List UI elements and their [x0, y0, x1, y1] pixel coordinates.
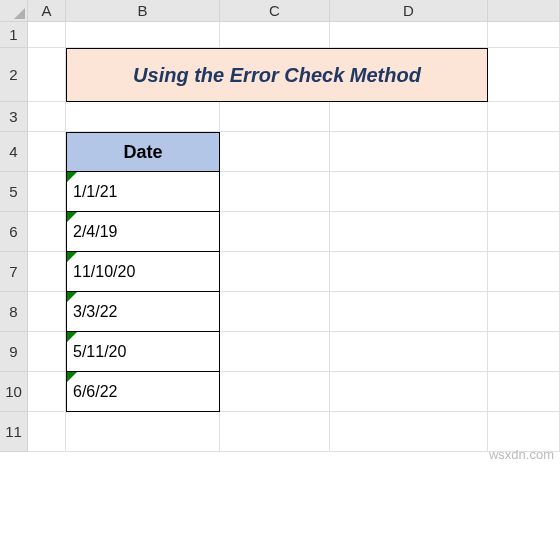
cell-d8[interactable]	[330, 292, 488, 332]
cell-c7[interactable]	[220, 252, 330, 292]
date-cell-3[interactable]: 11/10/20	[66, 252, 220, 292]
col-header-c[interactable]: C	[220, 0, 330, 22]
cell-e6[interactable]	[488, 212, 560, 252]
cell-a8[interactable]	[28, 292, 66, 332]
row-header-10[interactable]: 10	[0, 372, 28, 412]
cell-e2[interactable]	[488, 48, 560, 102]
row-header-6[interactable]: 6	[0, 212, 28, 252]
cell-a9[interactable]	[28, 332, 66, 372]
cell-e3[interactable]	[488, 102, 560, 132]
date-cell-5[interactable]: 5/11/20	[66, 332, 220, 372]
title-cell[interactable]: Using the Error Check Method	[66, 48, 488, 102]
cell-c1[interactable]	[220, 22, 330, 48]
cell-a3[interactable]	[28, 102, 66, 132]
cell-a5[interactable]	[28, 172, 66, 212]
col-header-d[interactable]: D	[330, 0, 488, 22]
date-cell-4[interactable]: 3/3/22	[66, 292, 220, 332]
cell-d5[interactable]	[330, 172, 488, 212]
cell-c10[interactable]	[220, 372, 330, 412]
cell-a7[interactable]	[28, 252, 66, 292]
cell-b1[interactable]	[66, 22, 220, 48]
col-header-blank[interactable]	[488, 0, 560, 22]
cell-c6[interactable]	[220, 212, 330, 252]
cell-d3[interactable]	[330, 102, 488, 132]
cell-a1[interactable]	[28, 22, 66, 48]
cell-c8[interactable]	[220, 292, 330, 332]
cell-a6[interactable]	[28, 212, 66, 252]
row-header-9[interactable]: 9	[0, 332, 28, 372]
cell-b3[interactable]	[66, 102, 220, 132]
date-cell-2[interactable]: 2/4/19	[66, 212, 220, 252]
col-header-b[interactable]: B	[66, 0, 220, 22]
cell-d11[interactable]	[330, 412, 488, 452]
watermark-text: wsxdn.com	[489, 447, 554, 462]
row-header-5[interactable]: 5	[0, 172, 28, 212]
cell-e4[interactable]	[488, 132, 560, 172]
row-header-4[interactable]: 4	[0, 132, 28, 172]
cell-c3[interactable]	[220, 102, 330, 132]
cell-e7[interactable]	[488, 252, 560, 292]
cell-e5[interactable]	[488, 172, 560, 212]
cell-d6[interactable]	[330, 212, 488, 252]
date-cell-6[interactable]: 6/6/22	[66, 372, 220, 412]
cell-d10[interactable]	[330, 372, 488, 412]
row-header-2[interactable]: 2	[0, 48, 28, 102]
cell-d7[interactable]	[330, 252, 488, 292]
cell-e8[interactable]	[488, 292, 560, 332]
spreadsheet-grid: A B C D 1 2 Using the Error Check Method…	[0, 0, 560, 452]
cell-e1[interactable]	[488, 22, 560, 48]
cell-e10[interactable]	[488, 372, 560, 412]
date-cell-1[interactable]: 1/1/21	[66, 172, 220, 212]
cell-d4[interactable]	[330, 132, 488, 172]
cell-d9[interactable]	[330, 332, 488, 372]
cell-a2[interactable]	[28, 48, 66, 102]
cell-c11[interactable]	[220, 412, 330, 452]
cell-c4[interactable]	[220, 132, 330, 172]
cell-a4[interactable]	[28, 132, 66, 172]
cell-e11[interactable]	[488, 412, 560, 452]
cell-b11[interactable]	[66, 412, 220, 452]
cell-c9[interactable]	[220, 332, 330, 372]
row-header-7[interactable]: 7	[0, 252, 28, 292]
row-header-1[interactable]: 1	[0, 22, 28, 48]
table-header-date[interactable]: Date	[66, 132, 220, 172]
row-header-8[interactable]: 8	[0, 292, 28, 332]
col-header-a[interactable]: A	[28, 0, 66, 22]
select-all-corner[interactable]	[0, 0, 28, 22]
row-header-3[interactable]: 3	[0, 102, 28, 132]
cell-a11[interactable]	[28, 412, 66, 452]
cell-c5[interactable]	[220, 172, 330, 212]
cell-a10[interactable]	[28, 372, 66, 412]
cell-e9[interactable]	[488, 332, 560, 372]
cell-d1[interactable]	[330, 22, 488, 48]
row-header-11[interactable]: 11	[0, 412, 28, 452]
